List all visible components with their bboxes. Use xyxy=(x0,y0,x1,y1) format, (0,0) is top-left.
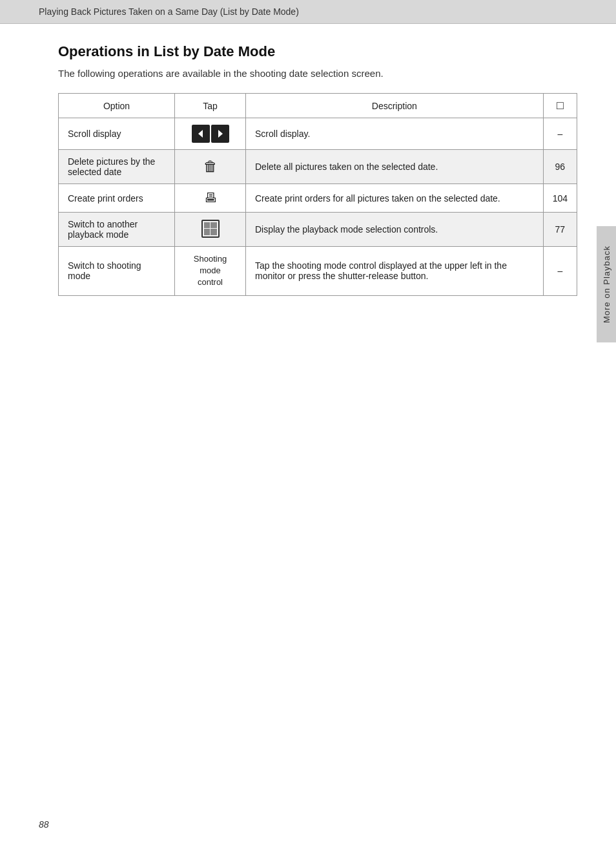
side-tab-label: More on Playback xyxy=(602,246,611,323)
row-tap: Shootingmodecontrol xyxy=(175,247,246,296)
row-option: Switch to shooting mode xyxy=(59,247,175,296)
page-number: 88 xyxy=(39,819,49,830)
arrow-left-icon xyxy=(192,125,210,143)
print-icon: 🖶 xyxy=(204,191,217,205)
row-ref: – xyxy=(543,118,577,150)
arrow-right-icon xyxy=(211,125,229,143)
row-description: Tap the shooting mode control displayed … xyxy=(246,247,544,296)
row-tap: 🗑 xyxy=(175,150,246,184)
col-header-tap: Tap xyxy=(175,94,246,118)
main-content: Operations in List by Date Mode The foll… xyxy=(19,24,616,341)
table-row: Create print orders 🖶 Create print order… xyxy=(59,184,577,213)
page-title: Operations in List by Date Mode xyxy=(58,43,577,60)
row-description: Create print orders for all pictures tak… xyxy=(246,184,544,213)
operations-table: Option Tap Description □ Scroll display xyxy=(58,93,577,296)
scroll-arrows-icon xyxy=(192,125,229,143)
row-ref: 96 xyxy=(543,150,577,184)
svg-marker-0 xyxy=(198,130,203,138)
playback-mode-icon xyxy=(201,220,220,238)
row-ref: 77 xyxy=(543,213,577,247)
header-title: Playing Back Pictures Taken on a Same Da… xyxy=(39,6,299,17)
table-row: Switch to shooting mode Shootingmodecont… xyxy=(59,247,577,296)
row-description: Scroll display. xyxy=(246,118,544,150)
trash-icon: 🗑 xyxy=(203,158,218,175)
row-ref: – xyxy=(543,247,577,296)
row-option: Switch to another playback mode xyxy=(59,213,175,247)
row-description: Display the playback mode selection cont… xyxy=(246,213,544,247)
table-row: Delete pictures by the selected date 🗑 D… xyxy=(59,150,577,184)
row-tap: 🖶 xyxy=(175,184,246,213)
table-row: Scroll display xyxy=(59,118,577,150)
row-ref: 104 xyxy=(543,184,577,213)
col-header-ref: □ xyxy=(543,94,577,118)
book-icon: □ xyxy=(557,99,564,112)
row-description: Delete all pictures taken on the selecte… xyxy=(246,150,544,184)
side-tab: More on Playback xyxy=(597,226,616,342)
table-row: Switch to another playback mode Display … xyxy=(59,213,577,247)
svg-marker-1 xyxy=(218,130,223,138)
col-header-option: Option xyxy=(59,94,175,118)
header-bar: Playing Back Pictures Taken on a Same Da… xyxy=(0,0,616,24)
page-subtitle: The following operations are available i… xyxy=(58,68,577,79)
row-option: Delete pictures by the selected date xyxy=(59,150,175,184)
row-tap xyxy=(175,213,246,247)
row-option: Create print orders xyxy=(59,184,175,213)
row-tap xyxy=(175,118,246,150)
row-option: Scroll display xyxy=(59,118,175,150)
col-header-description: Description xyxy=(246,94,544,118)
